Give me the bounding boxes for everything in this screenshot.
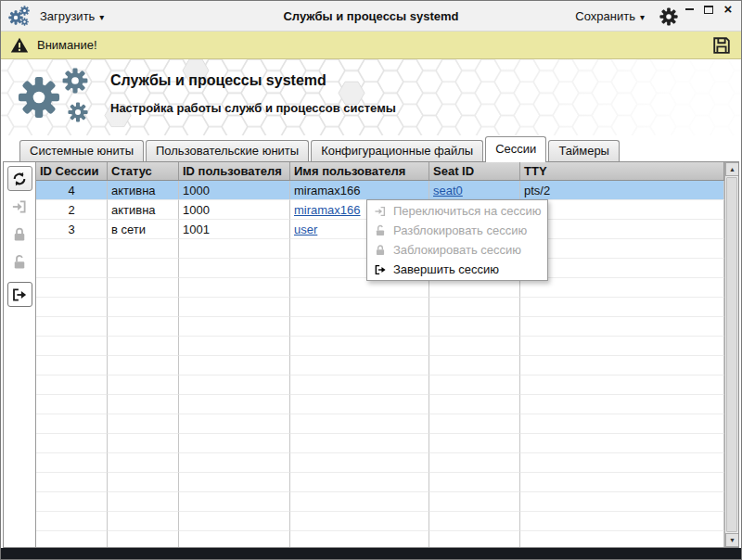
lock-session-button [7, 222, 32, 247]
window-bottom-edge [1, 548, 741, 559]
table-row-empty [36, 473, 724, 492]
column-header-tty[interactable]: TTY [520, 162, 724, 180]
table-row-empty [36, 356, 724, 375]
titlebar: Загрузить ▾ Службы и процессы systemd Со… [1, 1, 741, 32]
cell-tty [520, 220, 724, 239]
caret-down-icon: ▾ [99, 12, 104, 22]
table-row-empty [36, 337, 724, 356]
cell-tty: pts/2 [520, 181, 724, 200]
tab-config-files[interactable]: Конфигурационные файлы [311, 140, 483, 161]
table-header: ID Сессии Статус ID пользователя Имя пол… [36, 162, 738, 181]
menu-item-unlock-session: Разблокировать сессию [367, 221, 547, 240]
end-session-button[interactable] [7, 282, 32, 307]
column-header-username[interactable]: Имя пользователя [290, 162, 429, 180]
tab-sessions[interactable]: Сессии [485, 136, 546, 162]
cell-user-id: 1000 [179, 181, 290, 200]
cell-status: активна [108, 181, 179, 200]
scroll-down-button[interactable]: ▼ [725, 533, 738, 547]
scrollbar-thumb[interactable] [726, 177, 737, 532]
app-window: Загрузить ▾ Службы и процессы systemd Со… [0, 0, 742, 560]
close-button[interactable]: × [723, 4, 734, 15]
session-toolbar [4, 162, 35, 547]
cell-username: miramax166 [290, 181, 429, 200]
column-header-session-id[interactable]: ID Сессии [36, 162, 108, 180]
table-row-empty [36, 278, 724, 298]
cell-status: активна [108, 200, 179, 220]
cell-session-id: 3 [36, 220, 108, 239]
table-row-empty [36, 492, 724, 512]
unlock-session-button [7, 249, 32, 274]
tab-bar: Системные юниты Пользовательские юниты К… [3, 135, 739, 162]
column-header-seat-id[interactable]: Seat ID [429, 162, 520, 180]
cell-tty [520, 200, 724, 220]
cell-status: в сети [108, 220, 179, 239]
table-row-empty [36, 414, 724, 434]
save-menu-label: Сохранить [575, 9, 635, 23]
table-row-empty [36, 531, 724, 547]
cell-user-id: 1001 [179, 220, 290, 239]
refresh-button[interactable] [7, 166, 32, 191]
table-row-empty [36, 317, 724, 337]
switch-session-icon [374, 205, 387, 218]
caret-down-icon: ▾ [640, 12, 645, 22]
menu-item-end-session[interactable]: Завершить сессию [367, 260, 547, 279]
column-header-status[interactable]: Статус [108, 162, 179, 180]
cell-seat-id: seat0 [429, 181, 520, 200]
table-row-empty [36, 298, 724, 317]
save-menu-button[interactable]: Сохранить ▾ [575, 9, 645, 23]
session-context-menu: Переключиться на сессию Разблокировать с… [366, 199, 548, 281]
switch-session-button [7, 194, 32, 219]
page-subtitle: Настройка работы служб и процессов систе… [110, 101, 396, 115]
cell-session-id: 2 [36, 200, 108, 220]
tab-timers[interactable]: Таймеры [548, 140, 620, 161]
table-row-empty [36, 512, 724, 531]
table-row-session-4[interactable]: 4 активна 1000 miramax166 seat0 pts/2 [36, 181, 724, 200]
cell-session-id: 4 [36, 181, 108, 200]
header-banner: Службы и процессы systemd Настройка рабо… [1, 59, 741, 135]
minimize-button[interactable] [684, 4, 695, 15]
load-menu-button[interactable]: Загрузить ▾ [40, 9, 104, 23]
app-logo-gears-icon [8, 6, 31, 28]
table-row-empty [36, 395, 724, 414]
table-row-empty [36, 453, 724, 473]
vertical-scrollbar[interactable]: ▲ ▼ [724, 162, 738, 547]
table-row-empty [36, 434, 724, 453]
end-session-icon [374, 263, 387, 276]
column-header-user-id[interactable]: ID пользователя [179, 162, 290, 180]
lock-icon [374, 244, 387, 257]
scroll-up-button[interactable]: ▲ [725, 162, 738, 176]
table-row-empty [36, 375, 724, 395]
page-title: Службы и процессы systemd [110, 72, 396, 89]
load-menu-label: Загрузить [40, 9, 95, 23]
app-logo-gears-large-icon [16, 65, 105, 130]
save-file-icon[interactable] [711, 35, 732, 56]
maximize-button[interactable] [703, 4, 714, 15]
username-link[interactable]: user [294, 223, 317, 236]
warning-text: Внимание! [37, 38, 97, 52]
tab-user-units[interactable]: Пользовательские юниты [146, 140, 309, 161]
cell-user-id: 1000 [179, 200, 290, 220]
username-link[interactable]: miramax166 [294, 203, 361, 217]
window-controls: × [684, 3, 734, 16]
seat-link[interactable]: seat0 [433, 184, 463, 197]
menu-item-switch-session: Переключиться на сессию [367, 201, 547, 221]
warning-triangle-icon [10, 36, 29, 55]
settings-gear-icon[interactable] [659, 7, 678, 26]
menu-item-lock-session: Заблокировать сессию [367, 240, 547, 260]
unlock-icon [374, 224, 387, 237]
tab-system-units[interactable]: Системные юниты [19, 140, 144, 161]
warning-bar: Внимание! [1, 32, 741, 59]
